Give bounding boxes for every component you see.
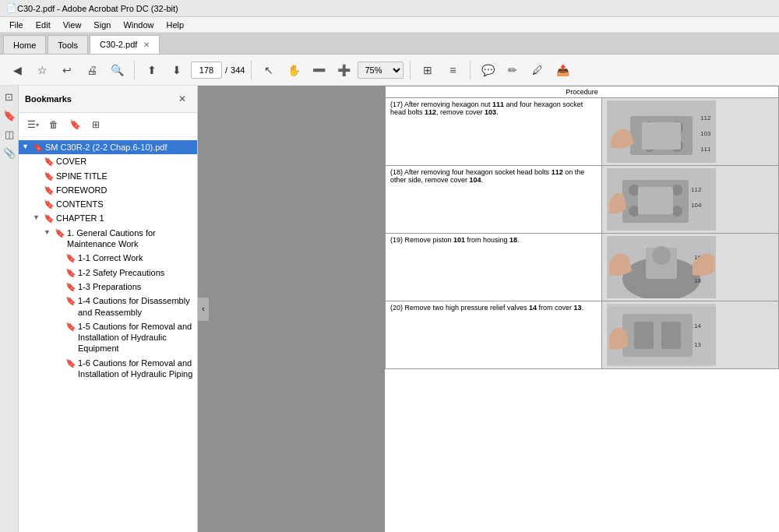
- bookmark-root-label: SM C30R-2 (2-2 Chap.6-10).pdf: [45, 142, 194, 153]
- bookmark-1-4[interactable]: 🔖 1-4 Cautions for Disassembly and Reass…: [19, 294, 197, 319]
- sidebar-header: Bookmarks ✕: [19, 86, 197, 113]
- zoom-out-button[interactable]: ➖: [308, 59, 330, 81]
- export-button[interactable]: 📤: [552, 59, 573, 81]
- bookmarks-menu-dropdown-icon: ▾: [36, 122, 39, 129]
- select-tool-button[interactable]: ↖: [258, 59, 280, 81]
- bookmark-foreword[interactable]: 🔖 FOREWORD: [19, 183, 197, 197]
- sidebar-title: Bookmarks: [25, 94, 72, 104]
- tab-pdf[interactable]: C30-2.pdf ✕: [90, 35, 160, 54]
- layers-icon[interactable]: ◫: [2, 126, 17, 142]
- expand-1-4-icon: [55, 296, 65, 305]
- bookmark-cover-icon: 🔖: [44, 156, 55, 167]
- tab-home[interactable]: Home: [3, 35, 46, 54]
- bookmark-1-6-icon: 🔖: [65, 358, 76, 368]
- page-down-button[interactable]: ⬇: [166, 59, 188, 81]
- zoom-select[interactable]: 50% 75% 100% 125% 150% 200%: [358, 62, 404, 79]
- bookmark-spine-icon: 🔖: [44, 171, 55, 181]
- svg-rect-6: [642, 122, 681, 150]
- bookmark-1-5[interactable]: 🔖 1-5 Cautions for Removal and Installat…: [19, 319, 197, 356]
- expand-cover-icon: [33, 157, 44, 166]
- history-back-button[interactable]: ↩: [56, 59, 78, 81]
- fit-page-button[interactable]: ⊞: [417, 59, 439, 81]
- bookmark-1-3[interactable]: 🔖 1-3 Preparations: [19, 280, 197, 294]
- table-row: (19) Remove piston 101 from housing 18.: [386, 234, 779, 301]
- properties-button[interactable]: ⊞: [86, 116, 105, 133]
- page-nav: ⬆ ⬇ / 344: [141, 59, 245, 81]
- bookmarks-icon[interactable]: 🔖: [2, 107, 17, 123]
- step18-text: (18) After removing four hexagon socket …: [386, 166, 602, 234]
- menu-sign[interactable]: Sign: [87, 17, 117, 32]
- bookmark-1-3-label: 1-3 Preparations: [78, 281, 194, 292]
- step20-image-cell: 14 13: [601, 301, 778, 369]
- collapse-sidebar-button[interactable]: ‹: [198, 298, 209, 321]
- tab-tools[interactable]: Tools: [48, 35, 88, 54]
- menu-edit[interactable]: Edit: [30, 17, 57, 32]
- tab-pdf-label: C30-2.pdf: [100, 40, 137, 49]
- page-total: 344: [231, 65, 245, 75]
- comment-button[interactable]: 💬: [477, 59, 499, 81]
- attachments-icon[interactable]: 📎: [2, 145, 17, 160]
- search-button[interactable]: 🔍: [106, 59, 128, 81]
- pdf-content: Procedure (17) After removing hexagon nu…: [385, 86, 779, 532]
- pdf-left-margin: [198, 86, 385, 532]
- sign-button[interactable]: 🖊: [527, 59, 548, 81]
- svg-point-15: [671, 206, 682, 217]
- bookmark-1-6[interactable]: 🔖 1-6 Cautions for Removal and Installat…: [19, 356, 197, 382]
- scroll-mode-button[interactable]: ≡: [442, 59, 464, 81]
- bookmarks-menu-button[interactable]: ☰ ▾: [23, 116, 42, 133]
- delete-bookmark-button[interactable]: 🗑: [44, 116, 63, 133]
- step20-text: (20) Remove two high pressure relief val…: [386, 301, 602, 369]
- menu-view[interactable]: View: [57, 17, 88, 32]
- hand-tool-button[interactable]: ✋: [283, 59, 305, 81]
- sidebar: Bookmarks ✕ ☰ ▾ 🗑 🔖 ⊞ ▼ 🔖 SM C30R-2 (2-2…: [19, 86, 198, 532]
- step18-image: 112 104: [607, 168, 716, 231]
- nav-back-button[interactable]: ◀: [6, 59, 28, 81]
- step20-image: 14 13: [607, 304, 716, 366]
- step20-svg: 14 13: [607, 306, 716, 365]
- menu-window[interactable]: Window: [117, 17, 160, 32]
- bookmark-1-2[interactable]: 🔖 1-2 Safety Precautions: [19, 266, 197, 280]
- expand-root-icon[interactable]: ▼: [22, 143, 33, 152]
- draw-button[interactable]: ✏: [502, 59, 523, 81]
- bookmark-button[interactable]: ☆: [31, 59, 53, 81]
- svg-point-12: [629, 185, 640, 196]
- expand-1-2-icon: [55, 268, 65, 277]
- svg-point-14: [629, 206, 640, 217]
- pdf-area: Procedure (17) After removing hexagon nu…: [198, 86, 779, 532]
- page-input[interactable]: [191, 62, 222, 79]
- bookmark-general-cautions[interactable]: ▼ 🔖 1. General Cautions for Maintenance …: [19, 226, 197, 252]
- menu-file[interactable]: File: [3, 17, 30, 32]
- bookmark-root[interactable]: ▼ 🔖 SM C30R-2 (2-2 Chap.6-10).pdf: [19, 140, 197, 154]
- close-sidebar-button[interactable]: ✕: [174, 90, 191, 107]
- svg-text:103: 103: [700, 130, 711, 137]
- new-bookmark-button[interactable]: 🔖: [65, 116, 84, 133]
- svg-rect-26: [622, 314, 693, 357]
- expand-ch1-icon[interactable]: ▼: [33, 213, 44, 223]
- svg-rect-28: [661, 322, 681, 349]
- bookmark-contents[interactable]: 🔖 CONTENTS: [19, 197, 197, 211]
- step18-image-cell: 112 104: [601, 166, 778, 234]
- tab-close-icon[interactable]: ✕: [143, 41, 150, 49]
- bookmark-1-2-icon: 🔖: [65, 267, 76, 278]
- svg-rect-16: [638, 187, 673, 214]
- bookmark-chapter1[interactable]: ▼ 🔖 CHAPTER 1: [19, 211, 197, 225]
- title-bar: 📄 C30-2.pdf - Adobe Acrobat Pro DC (32-b…: [0, 0, 779, 17]
- bookmark-1-1[interactable]: 🔖 1-1 Correct Work: [19, 251, 197, 265]
- step17-image: 112 103 111: [607, 100, 716, 163]
- zoom-in-button[interactable]: ➕: [333, 59, 354, 81]
- step17-text: (17) After removing hexagon nut 111 and …: [386, 98, 602, 166]
- bookmark-1-3-icon: 🔖: [65, 281, 76, 292]
- menu-help[interactable]: Help: [160, 17, 191, 32]
- step19-image: 101 18: [607, 236, 716, 298]
- bookmark-spine-label: SPINE TITLE: [56, 171, 194, 181]
- bookmark-spine[interactable]: 🔖 SPINE TITLE: [19, 169, 197, 183]
- page-thumbnail-icon[interactable]: ⊡: [2, 89, 17, 104]
- print-button[interactable]: 🖨: [81, 59, 103, 81]
- menu-bar: File Edit View Sign Window Help: [0, 17, 779, 33]
- expand-1-5-icon: [55, 322, 65, 331]
- bookmark-cover[interactable]: 🔖 COVER: [19, 154, 197, 168]
- page-up-button[interactable]: ⬆: [141, 59, 163, 81]
- expand-gc-icon[interactable]: ▼: [44, 228, 55, 238]
- procedure-header: Procedure: [386, 86, 779, 98]
- bookmark-1-6-label: 1-6 Cautions for Removal and Installatio…: [78, 358, 194, 380]
